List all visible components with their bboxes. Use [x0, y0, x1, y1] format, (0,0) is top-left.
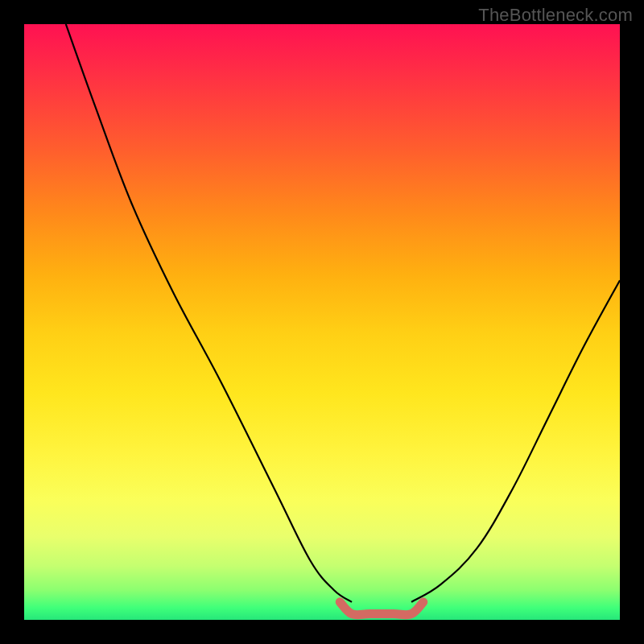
chart-svg [24, 24, 620, 620]
left-curve-path [66, 24, 352, 602]
bottom-bracket-path [340, 602, 423, 615]
right-curve-path [411, 280, 620, 602]
watermark-text: TheBottleneck.com [478, 5, 633, 26]
chart-plot-area [24, 24, 620, 620]
